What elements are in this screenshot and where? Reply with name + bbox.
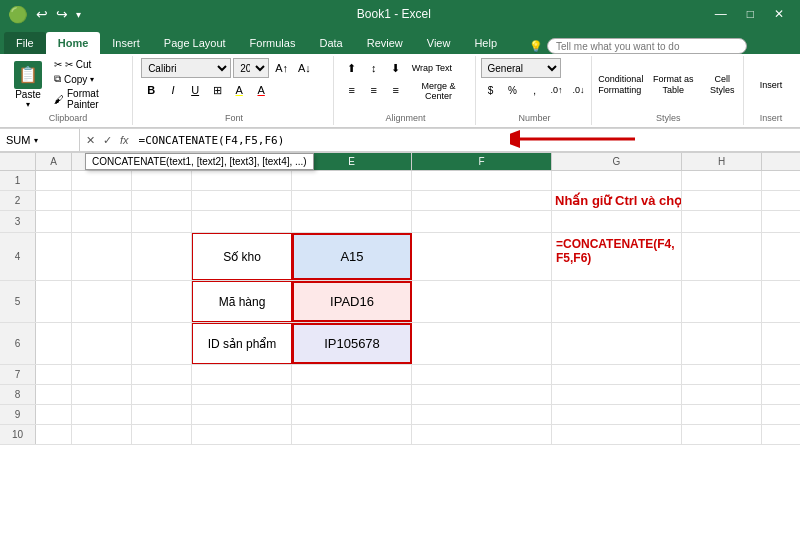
- cell-c3[interactable]: [132, 211, 192, 232]
- cell-c10[interactable]: [132, 425, 192, 444]
- cell-f1[interactable]: [412, 171, 552, 190]
- cell-a9[interactable]: [36, 405, 72, 424]
- cell-c8[interactable]: [132, 385, 192, 404]
- tab-view[interactable]: View: [415, 32, 463, 54]
- quick-access-more[interactable]: ▾: [76, 9, 81, 20]
- row-header-5[interactable]: 5: [0, 281, 36, 322]
- cut-button[interactable]: ✂ ✂ Cut: [52, 58, 126, 71]
- currency-button[interactable]: $: [481, 80, 501, 100]
- cell-b2[interactable]: [72, 191, 132, 210]
- cell-b1[interactable]: [72, 171, 132, 190]
- cell-f3[interactable]: [412, 211, 552, 232]
- font-color-button[interactable]: A: [251, 80, 271, 100]
- text-wrap-button[interactable]: Wrap Text: [408, 58, 456, 78]
- cell-g8[interactable]: [552, 385, 682, 404]
- cell-h2[interactable]: [682, 191, 762, 210]
- tab-formulas[interactable]: Formulas: [238, 32, 308, 54]
- align-top-button[interactable]: ⬆: [342, 58, 362, 78]
- quick-access-redo[interactable]: ↪: [56, 6, 68, 22]
- cell-b10[interactable]: [72, 425, 132, 444]
- cell-b3[interactable]: [72, 211, 132, 232]
- cell-b7[interactable]: [72, 365, 132, 384]
- conditional-formatting-button[interactable]: Conditional Formatting: [594, 65, 644, 105]
- tellme-input[interactable]: [547, 38, 747, 54]
- col-header-h[interactable]: H: [682, 153, 762, 170]
- tab-home[interactable]: Home: [46, 32, 101, 54]
- cell-e4[interactable]: A15: [292, 233, 412, 280]
- cell-d10[interactable]: [192, 425, 292, 444]
- increase-decimal-button[interactable]: .0↑: [547, 80, 567, 100]
- insert-function-button[interactable]: fx: [118, 134, 131, 146]
- cell-a7[interactable]: [36, 365, 72, 384]
- comma-button[interactable]: ,: [525, 80, 545, 100]
- minimize-button[interactable]: —: [707, 5, 735, 23]
- cell-e3[interactable]: [292, 211, 412, 232]
- cell-h6[interactable]: [682, 323, 762, 364]
- cell-d5[interactable]: Mã hàng: [192, 281, 292, 322]
- cell-g4[interactable]: =CONCATENATE(F4, F5,F6): [552, 233, 682, 280]
- cell-f5[interactable]: [412, 281, 552, 322]
- cell-b4[interactable]: [72, 233, 132, 280]
- merge-center-button[interactable]: Merge & Center: [408, 80, 470, 100]
- cell-c4[interactable]: [132, 233, 192, 280]
- cell-f8[interactable]: [412, 385, 552, 404]
- cell-g3[interactable]: [552, 211, 682, 232]
- cell-h10[interactable]: [682, 425, 762, 444]
- cell-c9[interactable]: [132, 405, 192, 424]
- cell-f4[interactable]: [412, 233, 552, 280]
- cell-a10[interactable]: [36, 425, 72, 444]
- border-button[interactable]: ⊞: [207, 80, 227, 100]
- cell-c1[interactable]: [132, 171, 192, 190]
- increase-font-button[interactable]: A↑: [271, 58, 292, 78]
- paste-button[interactable]: 📋 Paste ▾: [10, 59, 46, 111]
- insert-button[interactable]: Insert: [751, 65, 791, 105]
- cell-a6[interactable]: [36, 323, 72, 364]
- name-box-dropdown[interactable]: ▾: [34, 136, 38, 145]
- cell-g1[interactable]: [552, 171, 682, 190]
- cell-a3[interactable]: [36, 211, 72, 232]
- cell-f6[interactable]: [412, 323, 552, 364]
- cell-h8[interactable]: [682, 385, 762, 404]
- cell-d8[interactable]: [192, 385, 292, 404]
- font-size-select[interactable]: 20: [233, 58, 269, 78]
- cell-d3[interactable]: [192, 211, 292, 232]
- cell-c2[interactable]: [132, 191, 192, 210]
- cell-e10[interactable]: [292, 425, 412, 444]
- row-header-7[interactable]: 7: [0, 365, 36, 384]
- number-format-select[interactable]: General: [481, 58, 561, 78]
- cancel-formula-button[interactable]: ✕: [84, 134, 97, 147]
- row-header-10[interactable]: 10: [0, 425, 36, 444]
- row-header-3[interactable]: 3: [0, 211, 36, 232]
- fill-color-button[interactable]: A: [229, 80, 249, 100]
- copy-button[interactable]: ⧉ Copy ▾: [52, 72, 126, 86]
- align-left-button[interactable]: ≡: [342, 80, 362, 100]
- align-right-button[interactable]: ≡: [386, 80, 406, 100]
- row-header-2[interactable]: 2: [0, 191, 36, 210]
- cell-f7[interactable]: [412, 365, 552, 384]
- cell-e8[interactable]: [292, 385, 412, 404]
- cell-d7[interactable]: [192, 365, 292, 384]
- underline-button[interactable]: U: [185, 80, 205, 100]
- cell-b6[interactable]: [72, 323, 132, 364]
- decrease-font-button[interactable]: A↓: [294, 58, 315, 78]
- decrease-decimal-button[interactable]: .0↓: [569, 80, 589, 100]
- tab-insert[interactable]: Insert: [100, 32, 152, 54]
- cell-a2[interactable]: [36, 191, 72, 210]
- cell-a5[interactable]: [36, 281, 72, 322]
- cell-d6[interactable]: ID sản phẩm: [192, 323, 292, 364]
- cell-h9[interactable]: [682, 405, 762, 424]
- tab-data[interactable]: Data: [307, 32, 354, 54]
- cell-e9[interactable]: [292, 405, 412, 424]
- cell-a8[interactable]: [36, 385, 72, 404]
- tab-page-layout[interactable]: Page Layout: [152, 32, 238, 54]
- quick-access-undo[interactable]: ↩: [36, 6, 48, 22]
- col-header-a[interactable]: A: [36, 153, 72, 170]
- row-header-1[interactable]: 1: [0, 171, 36, 190]
- cell-e2[interactable]: [292, 191, 412, 210]
- cell-h3[interactable]: [682, 211, 762, 232]
- cell-e7[interactable]: [292, 365, 412, 384]
- row-header-9[interactable]: 9: [0, 405, 36, 424]
- cell-h4[interactable]: [682, 233, 762, 280]
- cell-a1[interactable]: [36, 171, 72, 190]
- cell-styles-button[interactable]: Cell Styles: [702, 65, 742, 105]
